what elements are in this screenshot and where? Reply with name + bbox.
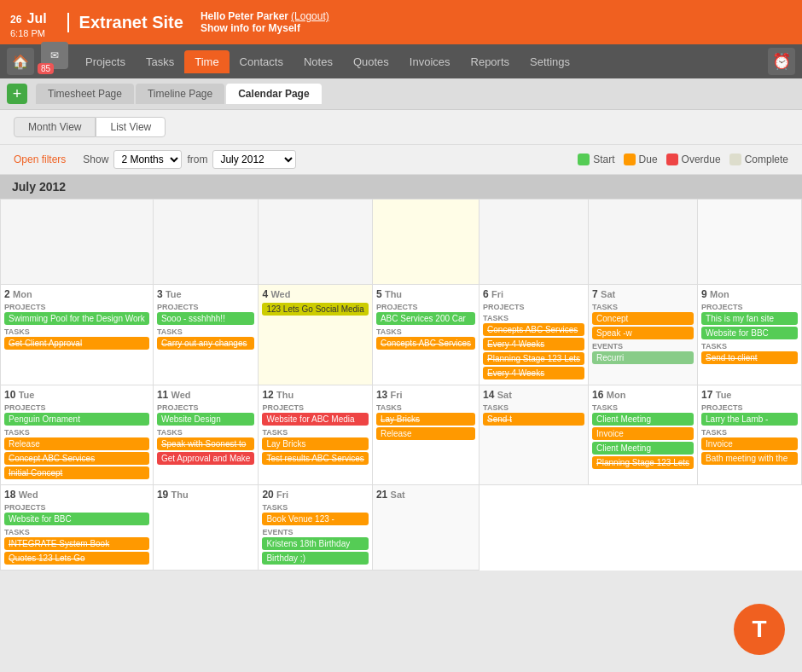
date-day: 26	[10, 14, 21, 26]
event-bar[interactable]: Website Design	[157, 413, 255, 426]
event-bar[interactable]: Lay Bricks	[262, 437, 369, 450]
event-bar[interactable]: Kristens 18th Birthday	[262, 537, 369, 550]
cal-cell-jul5: 5 Thu PROJECTS ABC Services 200 Car TASK…	[373, 285, 479, 385]
view-controls: Month View List View	[0, 110, 802, 145]
event-bar[interactable]: Planning Stage 123 Lets	[592, 456, 694, 469]
event-bar[interactable]: Concepts ABC Services	[376, 337, 475, 350]
nav-settings[interactable]: Settings	[520, 50, 580, 73]
cal-cell-empty-2	[154, 200, 259, 285]
cal-cell-jul17: 17 Tue PROJECTS Larry the Lamb - TASKS I…	[698, 385, 802, 485]
event-bar[interactable]: INTEGRATE System Book	[4, 537, 149, 550]
event-bar[interactable]: Recurri	[592, 351, 694, 364]
tab-calendar[interactable]: Calendar Page	[226, 84, 321, 104]
calendar: July 2012 2 Mon PROJECTS Swimming Pool f…	[0, 175, 802, 571]
event-bar[interactable]: Invoice	[592, 427, 694, 440]
event-bar[interactable]: Penguin Ornament	[4, 413, 149, 426]
event-bar[interactable]: Send to client	[701, 351, 798, 364]
show-label: Show	[83, 154, 108, 165]
event-bar[interactable]: Speak with Soonest to	[157, 437, 255, 450]
cal-cell-jul18: 18 Wed PROJECTS Website for BBC TASKS IN…	[1, 485, 154, 571]
nav-right: ⏰	[768, 48, 795, 75]
nav-bar: 🏠 ✉ 85 Projects Tasks Time Contacts Note…	[0, 44, 802, 78]
nav-quotes[interactable]: Quotes	[343, 50, 399, 73]
open-filters-link[interactable]: Open filters	[14, 154, 66, 165]
event-bar[interactable]: Bath meeting with the	[701, 452, 798, 465]
months-select[interactable]: 2 Months 1 Month 3 Months	[113, 150, 182, 169]
from-date-select[interactable]: July 2012 August 2012	[212, 150, 296, 169]
event-bar[interactable]: 123 Lets Go Social Media	[262, 303, 369, 316]
event-bar[interactable]: Client Meeting	[592, 442, 694, 455]
event-bar[interactable]: Concepts ABC Services	[483, 323, 584, 336]
event-bar[interactable]: Speak -w	[592, 327, 694, 339]
event-bar[interactable]: Concept ABC Services	[4, 452, 149, 465]
event-bar[interactable]: Sooo - ssshhhh!!	[157, 312, 255, 325]
event-bar[interactable]: Swimming Pool for the Design Work	[4, 312, 149, 325]
event-bar[interactable]: Release	[4, 437, 149, 450]
nav-invoices[interactable]: Invoices	[399, 50, 461, 73]
event-bar[interactable]: Carry out any changes	[157, 337, 255, 350]
event-bar[interactable]: Larry the Lamb -	[701, 413, 798, 426]
event-bar[interactable]: Website for ABC Media	[262, 413, 369, 426]
event-bar[interactable]: Planning Stage 123 Lets	[483, 352, 584, 365]
event-bar[interactable]: Release	[376, 427, 475, 440]
cal-cell-jul6: 6 Fri PROJECTS TASKS Concepts ABC Servic…	[479, 285, 589, 385]
due-dot	[624, 154, 636, 165]
event-bar[interactable]: Every 4 Weeks	[483, 367, 584, 379]
cal-cell-jul7: 7 Sat TASKS Concept Speak -w EVENTS Recu…	[589, 285, 698, 385]
filter-bar: Open filters Show 2 Months 1 Month 3 Mon…	[0, 145, 802, 175]
cal-cell-empty-4	[373, 200, 479, 285]
event-bar[interactable]: Book Venue 123 -	[262, 513, 369, 525]
clock-button[interactable]: ⏰	[768, 48, 795, 75]
tab-timeline[interactable]: Timeline Page	[136, 84, 224, 104]
tab-timesheet[interactable]: Timesheet Page	[36, 84, 134, 104]
cal-cell-jul11: 11 Wed PROJECTS Website Design TASKS Spe…	[154, 385, 259, 485]
nav-notes[interactable]: Notes	[293, 50, 343, 73]
event-bar[interactable]: This is my fan site	[701, 312, 798, 325]
event-bar[interactable]: Lay Bricks	[376, 413, 475, 426]
nav-contacts[interactable]: Contacts	[230, 50, 293, 73]
cal-cell-jul19: 19 Thu	[154, 485, 259, 571]
event-bar[interactable]: Every 4 Weeks	[483, 338, 584, 350]
nav-items: Projects Tasks Time Contacts Notes Quote…	[75, 50, 580, 73]
cal-cell-jul14: 14 Sat TASKS Send t	[479, 385, 589, 485]
calendar-grid-july: 2 Mon PROJECTS Swimming Pool for the Des…	[0, 199, 802, 571]
header-user: Hello Peter Parker (Logout) Show info fo…	[200, 10, 329, 34]
event-bar[interactable]: Test results ABC Services	[262, 452, 369, 465]
month-view-button[interactable]: Month View	[14, 117, 96, 137]
event-bar[interactable]: Quotes 123 Lets Go	[4, 552, 149, 565]
overdue-dot	[666, 154, 678, 165]
cal-cell-empty-6	[589, 200, 698, 285]
cal-cell-jul2: 2 Mon PROJECTS Swimming Pool for the Des…	[1, 285, 154, 385]
cal-cell-jul4: 4 Wed 123 Lets Go Social Media	[259, 285, 373, 385]
event-bar[interactable]: Send t	[483, 413, 584, 426]
logout-link[interactable]: (Logout)	[291, 10, 329, 22]
event-bar[interactable]: Concept	[592, 312, 694, 325]
event-bar[interactable]: Invoice	[701, 437, 798, 450]
nav-projects[interactable]: Projects	[75, 50, 136, 73]
sub-nav: + Timesheet Page Timeline Page Calendar …	[0, 78, 802, 110]
nav-reports[interactable]: Reports	[461, 50, 520, 73]
event-bar[interactable]: Client Meeting	[592, 413, 694, 426]
cal-cell-jul16: 16 Mon TASKS Client Meeting Invoice Clie…	[589, 385, 698, 485]
cal-cell-empty-3	[259, 200, 373, 285]
cal-cell-jul13: 13 Fri TASKS Lay Bricks Release	[373, 385, 479, 485]
event-bar[interactable]: ABC Services 200 Car	[376, 312, 475, 325]
event-bar[interactable]: Get Client Approval	[4, 337, 149, 350]
nav-time[interactable]: Time	[184, 50, 229, 73]
add-button[interactable]: +	[7, 84, 27, 104]
event-bar[interactable]: Website for BBC	[4, 513, 149, 525]
event-bar[interactable]: Birthday ;)	[262, 552, 369, 565]
event-bar[interactable]: Get Approval and Make	[157, 452, 255, 465]
home-button[interactable]: 🏠	[7, 48, 34, 75]
legend-complete: Complete	[729, 154, 788, 165]
nav-tasks[interactable]: Tasks	[136, 50, 184, 73]
site-name: Extranet Site	[67, 13, 183, 32]
legend-start: Start	[578, 154, 614, 165]
date-month: Jul	[26, 11, 46, 26]
list-view-button[interactable]: List View	[96, 117, 166, 137]
event-bar[interactable]: Initial Concept	[4, 466, 149, 479]
legend-due: Due	[624, 154, 658, 165]
legend: Start Due Overdue Complete	[578, 154, 788, 165]
event-bar[interactable]: Website for BBC	[701, 327, 798, 339]
cal-cell-empty-1	[1, 200, 154, 285]
